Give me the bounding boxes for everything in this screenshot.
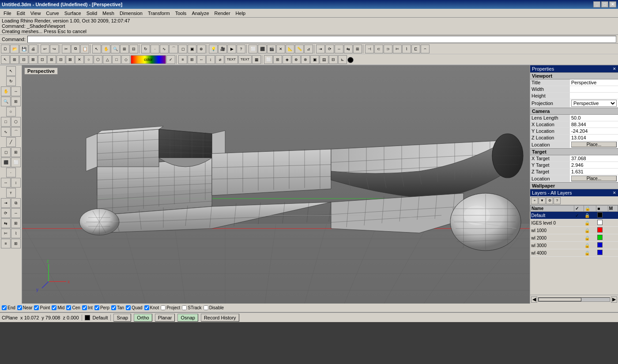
layer-row-wl3000[interactable]: wl 3000 🔒 [531, 242, 618, 249]
lt-split2[interactable]: ⌇ [11, 229, 21, 238]
tb2-dim2[interactable]: ↕ [206, 55, 215, 64]
layer-lock-wl2000[interactable]: 🔒 [584, 234, 596, 242]
minimize-btn[interactable]: _ [593, 1, 600, 8]
prop-ytgt-input[interactable] [571, 162, 617, 168]
layers-settings-btn[interactable]: ⚙ [546, 197, 553, 204]
lt-curve2[interactable]: ⌒ [11, 127, 21, 137]
tb2-4[interactable]: ⊠ [29, 55, 38, 64]
tb-render1[interactable]: 🎥 [218, 45, 227, 53]
menu-transform[interactable]: Transform [145, 10, 173, 17]
prop-lens-input[interactable] [571, 115, 617, 120]
tb-copy[interactable]: ⧉ [71, 45, 80, 53]
tb-undo[interactable]: ↩ [41, 45, 49, 53]
prop-lens-value[interactable] [570, 115, 618, 121]
menu-surface[interactable]: Surface [62, 10, 84, 17]
prop-height-value[interactable] [570, 93, 618, 99]
tb2-mesh1[interactable]: ⬜ [264, 55, 273, 64]
layer-color-wl4000[interactable] [596, 249, 608, 257]
tb-view-render[interactable]: 🎬 [267, 45, 276, 53]
command-line[interactable]: Command: [0, 35, 618, 44]
tb2-text2[interactable]: TEXT [238, 55, 252, 64]
tb-zoom-all[interactable]: ⊟ [129, 45, 138, 53]
planar-mode-btn[interactable]: Planar [155, 314, 175, 322]
lt-mirror2[interactable]: ⇆ [1, 218, 11, 228]
prop-camloc-value[interactable]: Place... [570, 141, 618, 148]
layers-help-btn[interactable]: ? [554, 197, 561, 204]
prop-tgtloc-btn[interactable]: Place... [571, 176, 617, 181]
snap-end-check[interactable] [2, 305, 7, 310]
tb2-14[interactable]: ◇ [121, 55, 130, 64]
ortho-mode-btn[interactable]: Ortho [134, 314, 152, 322]
tb2-1[interactable]: ↖ [1, 55, 10, 64]
layer-check-wl4000[interactable] [574, 249, 584, 257]
layer-row-iges0[interactable]: IGES level 0 🔒 [531, 219, 618, 227]
tb2-check[interactable]: ✓ [166, 55, 175, 64]
prop-yloc-input[interactable] [571, 128, 617, 134]
lt-zoom2[interactable]: ⊞ [11, 97, 21, 106]
layer-check-iges0[interactable] [574, 219, 584, 227]
snap-disable-check[interactable] [203, 305, 208, 310]
prop-height-input[interactable] [571, 93, 617, 98]
layers-filter-btn[interactable]: ▼ [539, 197, 546, 204]
tb-curve2[interactable]: ⌒ [169, 45, 178, 53]
snap-tan-check[interactable] [111, 305, 116, 310]
tb-fillet[interactable]: ⌢ [421, 45, 430, 53]
tb-print[interactable]: 🖨 [29, 45, 38, 53]
prop-zloc-value[interactable] [570, 135, 618, 141]
tb2-mesh2[interactable]: ⊞ [273, 55, 282, 64]
tb2-dim1[interactable]: ↔ [197, 55, 206, 64]
tb2-mesh6[interactable]: ▣ [310, 55, 319, 64]
properties-close-btn[interactable]: ✕ [613, 67, 616, 71]
tb2-dim3[interactable]: ⌀ [215, 55, 224, 64]
snap-strack-check[interactable] [182, 305, 187, 310]
lt-dim2[interactable]: ↕ [11, 178, 21, 188]
tb2-hatch[interactable]: ▦ [252, 55, 261, 64]
tb-zoom[interactable]: 🔍 [111, 45, 120, 53]
layer-color-wl2000[interactable] [596, 234, 608, 242]
layers-scroll-left[interactable]: ◀ [531, 296, 537, 303]
lt-surface1[interactable]: ◻ [1, 147, 11, 157]
snap-point-check[interactable] [34, 305, 39, 310]
layer-check-wl1000[interactable] [574, 227, 584, 234]
lt-curve1[interactable]: ∿ [1, 127, 11, 137]
menu-tools[interactable]: Tools [173, 10, 189, 17]
prop-ztgt-value[interactable] [570, 169, 618, 175]
tb-trim[interactable]: ✄ [393, 45, 402, 53]
lt-rotate[interactable]: ⟳ [1, 208, 11, 218]
lt-text[interactable]: T [6, 188, 16, 198]
layer-color-default[interactable] [596, 212, 608, 219]
prop-ytgt-value[interactable] [570, 162, 618, 169]
layers-new-btn[interactable]: + [531, 197, 538, 204]
tb2-text[interactable]: TEXT [225, 55, 238, 64]
tb2-2[interactable]: ⊞ [10, 55, 19, 64]
tb-rotate-view[interactable]: ↻ [141, 45, 150, 53]
layer-lock-wl4000[interactable]: 🔒 [584, 249, 596, 257]
lt-zoom[interactable]: 🔍 [1, 97, 11, 106]
prop-width-input[interactable] [571, 86, 617, 92]
tb2-5[interactable]: ⊡ [38, 55, 47, 64]
layers-scrollbar-thumb[interactable] [539, 298, 581, 301]
tb-curve1[interactable]: ∿ [160, 45, 169, 53]
tb-boolean[interactable]: ⊕ [197, 45, 206, 53]
menu-file[interactable]: File [1, 10, 14, 17]
tb2-7[interactable]: ⊟ [57, 55, 65, 64]
lt-copy-obj[interactable]: ⧉ [11, 198, 21, 208]
tb-mirror[interactable]: ⇆ [344, 45, 353, 53]
tb-move[interactable]: ⇥ [316, 45, 325, 53]
layer-lock-iges0[interactable]: 🔒 [584, 219, 596, 227]
layer-lock-wl3000[interactable]: 🔒 [584, 242, 596, 249]
tb-explode[interactable]: ⊃ [384, 45, 392, 53]
tb2-layer2[interactable]: ⊞ [188, 55, 196, 64]
tb2-13[interactable]: □ [112, 55, 121, 64]
prop-xtgt-input[interactable] [571, 156, 617, 161]
layer-row-wl2000[interactable]: wl 2000 🔒 [531, 234, 618, 242]
menu-dimension[interactable]: Dimension [117, 10, 145, 17]
lt-scale2[interactable]: ↔ [11, 208, 21, 218]
prop-xloc-input[interactable] [571, 122, 617, 127]
menu-help[interactable]: Help [233, 10, 249, 17]
prop-title-value[interactable] [570, 79, 618, 86]
tb2-color[interactable]: color [131, 55, 166, 64]
tb2-11[interactable]: ⬡ [94, 55, 102, 64]
tb2-3[interactable]: ⊟ [19, 55, 28, 64]
lt-pan2[interactable]: ↔ [11, 86, 21, 96]
